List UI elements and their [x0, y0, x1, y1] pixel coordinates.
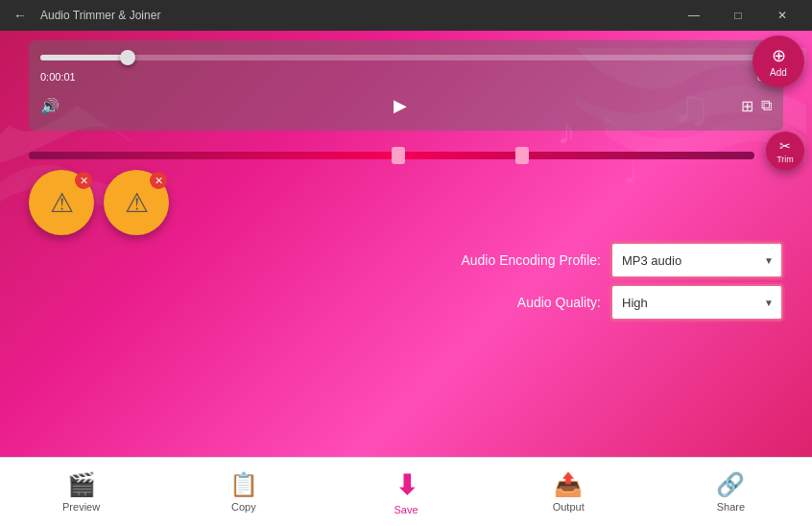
right-icons: ⊞ ⧉	[741, 97, 772, 115]
trim-track[interactable]	[29, 152, 754, 159]
toolbar-share[interactable]: 🔗 Share	[650, 467, 812, 516]
output-icon: 📤	[554, 471, 583, 498]
file-item-1[interactable]: ⚠ ✕	[29, 170, 94, 235]
maximize-button[interactable]: □	[716, 0, 760, 31]
save-label: Save	[394, 504, 418, 515]
add-label: Add	[770, 67, 787, 78]
minimize-button[interactable]: —	[672, 0, 716, 31]
encoding-select[interactable]: MP3 audio AAC audio WAV audio OGG audio	[612, 244, 781, 276]
app-title: Audio Trimmer & Joiner	[40, 9, 160, 22]
add-button[interactable]: ⊕ Add	[752, 36, 804, 87]
main-content: ♪ ♫ ♩ 0:00:01 0:0 🔊 ▶ ⊞ ⧉	[0, 31, 812, 526]
bottom-toolbar: 🎬 Preview 📋 Copy ⬇ Save 📤 Output 🔗 Share	[0, 457, 812, 526]
file-icon-1: ⚠	[50, 187, 74, 219]
quality-label: Audio Quality:	[517, 295, 601, 310]
crop-icon[interactable]: ⧉	[761, 97, 772, 114]
trim-icon: ✂	[779, 138, 791, 154]
trim-label: Trim	[776, 155, 794, 164]
share-label: Share	[717, 501, 745, 513]
back-button[interactable]: ←	[8, 6, 33, 25]
copy-label: Copy	[231, 501, 256, 513]
window-controls: — □ ✕	[672, 0, 804, 31]
preview-label: Preview	[62, 501, 100, 513]
output-label: Output	[553, 501, 585, 513]
toolbar-copy[interactable]: 📋 Copy	[162, 467, 324, 516]
time-row: 0:00:01 0:0	[40, 71, 772, 83]
quality-select[interactable]: High Medium Low	[612, 286, 781, 319]
copy-icon: 📋	[229, 471, 258, 498]
preview-icon: 🎬	[67, 471, 96, 498]
quality-row: Audio Quality: High Medium Low ▼	[29, 284, 783, 321]
encoding-row: Audio Encoding Profile: MP3 audio AAC au…	[29, 242, 783, 278]
encoding-label: Audio Encoding Profile:	[461, 252, 601, 268]
progress-container[interactable]	[40, 48, 772, 67]
share-icon: 🔗	[716, 471, 745, 498]
trim-handle-left[interactable]	[392, 147, 405, 164]
toolbar-preview[interactable]: 🎬 Preview	[0, 467, 162, 516]
progress-fill	[40, 55, 128, 60]
encoding-select-wrapper[interactable]: MP3 audio AAC audio WAV audio OGG audio …	[610, 242, 783, 278]
toolbar-output[interactable]: 📤 Output	[488, 467, 650, 516]
file-icon-2: ⚠	[125, 187, 149, 219]
player-area: 0:00:01 0:0 🔊 ▶ ⊞ ⧉	[29, 40, 783, 131]
title-bar: ← Audio Trimmer & Joiner — □ ✕	[0, 0, 812, 31]
add-icon: ⊕	[772, 45, 786, 66]
controls-row: 🔊 ▶ ⊞ ⧉	[40, 88, 772, 123]
progress-track[interactable]	[40, 55, 772, 60]
quality-select-wrapper[interactable]: High Medium Low ▼	[610, 284, 783, 321]
frame-icon[interactable]: ⊞	[741, 97, 753, 115]
play-button[interactable]: ▶	[385, 90, 416, 121]
file-remove-2[interactable]: ✕	[150, 172, 167, 189]
time-current: 0:00:01	[40, 71, 76, 83]
save-icon: ⬇	[395, 469, 418, 501]
trim-handle-right[interactable]	[515, 147, 529, 164]
close-button[interactable]: ✕	[760, 0, 804, 31]
file-item-2[interactable]: ⚠ ✕	[104, 170, 169, 235]
toolbar-save[interactable]: ⬇ Save	[324, 466, 487, 519]
settings-area: Audio Encoding Profile: MP3 audio AAC au…	[29, 242, 783, 326]
progress-thumb[interactable]	[120, 50, 135, 65]
file-remove-1[interactable]: ✕	[75, 172, 92, 189]
trim-slider-area[interactable]	[29, 146, 754, 165]
trim-button[interactable]: ✂ Trim	[766, 132, 804, 170]
file-items-area: ⚠ ✕ ⚠ ✕	[29, 170, 169, 235]
volume-icon[interactable]: 🔊	[40, 97, 60, 115]
